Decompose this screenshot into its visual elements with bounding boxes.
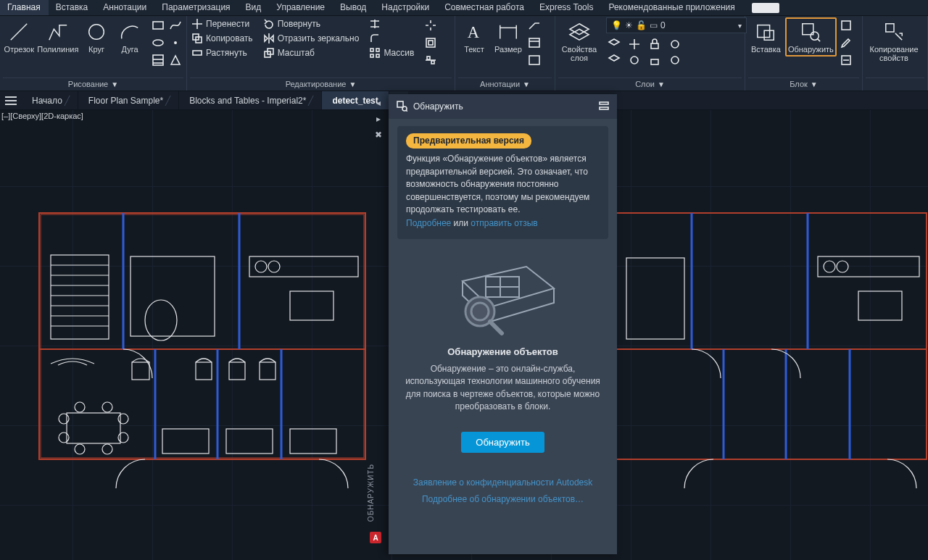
panel-pin-icon[interactable]: ✖ [373,129,384,141]
settings-icon[interactable] [598,100,610,114]
tool-region-small[interactable] [167,52,183,68]
tool-rect-small[interactable] [150,17,166,33]
svg-point-74 [59,414,69,424]
doc-tab-floorplan[interactable]: Floor Plan Sample*╱ [78,91,179,109]
bulb-on-icon: 💡 [611,20,622,30]
svg-rect-109 [600,107,608,109]
layer-uniso[interactable] [606,52,622,68]
svg-marker-8 [171,56,180,64]
svg-rect-2 [153,22,163,29]
tool-line[interactable]: Отрезок [3,17,36,54]
layer-tools-grid [606,36,747,67]
layer-off[interactable] [667,36,683,52]
block-insert[interactable]: Вставка [748,17,784,54]
doc-tab-blocks[interactable]: Blocks and Tables - Imperial2*╱ [179,91,322,109]
tool-mtext-small[interactable] [526,52,542,68]
layer-thaw[interactable] [626,52,642,68]
brand-icon[interactable] [752,3,779,13]
tool-stretch[interactable]: Растянуть [190,46,254,59]
detect-description: Обнаружение – это онлайн-служба, использ… [389,363,617,414]
tool-array[interactable]: Массив [368,46,415,59]
layer-iso[interactable] [606,36,622,52]
svg-point-70 [255,261,267,272]
layer-lock[interactable] [647,36,663,52]
panel-layers: Свойства слоя 💡 ☀ 🔓 ▭ 0 ▾ [555,16,745,91]
tool-fillet[interactable] [368,32,415,45]
menu-tab-annotate[interactable]: Аннотации [96,0,154,15]
tool-polyline[interactable]: Полилиния [37,17,79,54]
svg-rect-16 [370,49,373,51]
tool-mirror[interactable]: Отразить зеркально [262,32,361,45]
svg-rect-19 [376,54,379,57]
panel-collapse-left-icon[interactable]: ◂ [373,97,384,109]
tool-circle[interactable]: Круг [80,17,112,54]
block-edit-small[interactable] [838,35,854,51]
detect-run-button[interactable]: Обнаружить [461,432,544,453]
tool-leader-small[interactable] [526,17,542,33]
menu-tab-view[interactable]: Вид [239,0,270,15]
tool-text[interactable]: A Текст [458,17,490,54]
block-attr-small[interactable] [838,52,854,68]
svg-rect-87 [226,429,273,454]
doc-tab-start[interactable]: Начало╱ [22,91,78,109]
chevron-down-icon[interactable]: ▼ [658,80,665,88]
copy-properties[interactable]: Копирование свойств [866,17,922,62]
menu-tab-featured[interactable]: Рекомендованные приложения [601,0,742,15]
menu-tab-addins[interactable]: Надстройки [374,0,437,15]
tool-spline-small[interactable] [167,17,183,33]
layer-unlock[interactable] [647,52,663,68]
line-icon [7,20,30,43]
tool-point-small[interactable] [167,35,183,51]
tool-arc[interactable]: Дуга [114,17,146,54]
layer-dropdown[interactable]: 💡 ☀ 🔓 ▭ 0 ▾ [606,17,747,33]
menu-tab-parametric[interactable]: Параметризация [154,0,238,15]
menu-tab-manage[interactable]: Управление [269,0,333,15]
menu-tab-main[interactable]: Главная [0,0,49,15]
menu-tab-express[interactable]: Express Tools [532,0,601,15]
tool-trim[interactable] [368,17,415,30]
chevron-down-icon[interactable]: ▼ [349,80,356,88]
block-create-small[interactable] [838,17,854,33]
link-more[interactable]: Подробнее [406,218,451,228]
panel-props-title [894,80,896,88]
layers-icon [568,20,591,43]
layer-on[interactable] [667,52,683,68]
tool-explode-small[interactable] [423,17,439,33]
tool-offset-small[interactable] [423,35,439,51]
menubar: Главная Вставка Аннотации Параметризация… [0,0,928,16]
chevron-down-icon[interactable]: ▼ [523,80,530,88]
hamburger-icon[interactable] [0,91,22,109]
array-icon [369,47,381,59]
panel-collapse-right-icon[interactable]: ▸ [373,113,384,125]
menu-tab-output[interactable]: Вывод [333,0,374,15]
chevron-down-icon[interactable]: ▼ [111,80,118,88]
trim-icon [369,18,381,30]
fillet-icon [369,33,381,44]
menu-tab-collab[interactable]: Совместная работа [437,0,532,15]
link-learn[interactable]: Подробнее об обнаружении объектов… [422,494,584,504]
panel-side-label: ОБНАРУЖИТЬ [367,464,375,522]
tool-ellipse-small[interactable] [150,35,166,51]
chevron-down-icon[interactable]: ▾ [738,22,742,30]
svg-point-38 [631,57,638,64]
svg-rect-18 [370,54,373,57]
layer-properties[interactable]: Свойства слоя [558,17,600,62]
link-privacy[interactable]: Заявление о конфиденциальности Autodesk [413,477,592,488]
menu-tab-insert[interactable]: Вставка [49,0,96,15]
panel-modify: Перенести Копировать Растянуть Повернуть… [187,16,455,91]
tool-hatch-small[interactable] [150,52,166,68]
tool-align-small[interactable] [423,52,439,68]
tool-rotate[interactable]: Повернуть [262,17,361,30]
block-detect[interactable]: Обнаружить [785,17,837,57]
layer-freeze[interactable] [626,36,642,52]
chevron-down-icon[interactable]: ▼ [811,80,818,88]
tool-move[interactable]: Перенести [190,17,254,30]
tool-scale[interactable]: Масштаб [262,46,361,59]
layer-current-name: 0 [660,20,666,30]
tool-copy[interactable]: Копировать [190,32,254,45]
tool-dimension[interactable]: Размер [492,17,525,54]
link-feedback[interactable]: отправить отзыв [471,218,537,228]
tool-table-small[interactable] [526,35,542,51]
insert-block-icon [754,20,777,43]
tool-circle-label: Круг [88,45,104,54]
